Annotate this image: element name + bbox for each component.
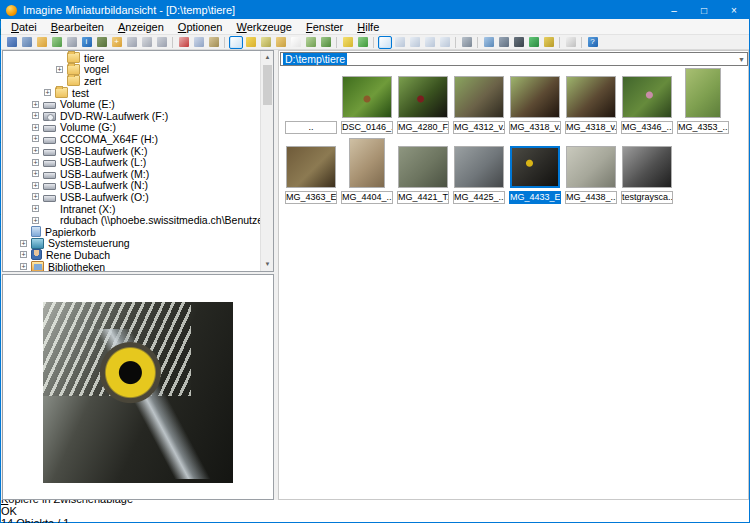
multi-edit-icon[interactable] (542, 36, 556, 49)
minimize-button[interactable]: – (659, 1, 689, 19)
tree-item-cccoma-x64f-h[interactable]: +CCCOMA_X64F (H:) (32, 133, 158, 145)
timeline-view-icon[interactable] (259, 36, 273, 49)
tree-scrollbar[interactable]: ▲ ▼ (260, 51, 273, 271)
cut-icon[interactable] (177, 36, 191, 49)
tree-item-usb-laufwerk-k[interactable]: +USB-Laufwerk (K:) (32, 145, 148, 157)
scroll-down-icon[interactable]: ▼ (261, 258, 274, 271)
size-medium-icon[interactable] (393, 36, 407, 49)
screen-icon[interactable] (512, 36, 526, 49)
tree-item-tiere[interactable]: tiere (56, 52, 104, 64)
tree-item-volume-g[interactable]: +Volume (G:) (32, 122, 116, 134)
thumbnail-mg-4312-v[interactable]: MG_4312_v... (451, 70, 507, 136)
scroll-thumb[interactable] (263, 65, 272, 105)
edit-icon[interactable] (564, 36, 578, 49)
tree-item-usb-laufwerk-l[interactable]: +USB-Laufwerk (L:) (32, 156, 146, 168)
menu-hilfe[interactable]: Hilfe (350, 20, 386, 34)
tree-item-dvd-rw-laufwerk-f[interactable]: +DVD-RW-Laufwerk (F:) (32, 110, 168, 122)
thumbnail-mg-4346[interactable]: MG_4346_... (619, 70, 675, 136)
copy-icon[interactable] (192, 36, 206, 49)
batch-icon[interactable] (497, 36, 511, 49)
print-icon[interactable] (65, 36, 79, 49)
menu-fenster[interactable]: Fenster (299, 20, 350, 34)
wallpaper-icon[interactable] (527, 36, 541, 49)
paste-icon[interactable] (207, 36, 221, 49)
tree-item-test[interactable]: +test (44, 87, 89, 99)
thumbnail-view-icon[interactable] (229, 36, 243, 49)
recycle-icon[interactable] (155, 36, 169, 49)
capture-icon[interactable] (95, 36, 109, 49)
tree-item-usb-laufwerk-o[interactable]: +USB-Laufwerk (O:) (32, 191, 149, 203)
menu-optionen[interactable]: Optionen (171, 20, 230, 34)
refresh-icon[interactable] (356, 36, 370, 49)
new-folder-icon[interactable]: + (110, 36, 124, 49)
thumbnail-mg-4318-v[interactable]: MG_4318_v... (507, 70, 563, 136)
help-icon[interactable]: ? (586, 36, 600, 49)
convert-icon[interactable] (482, 36, 496, 49)
tree-item-rene-dubach[interactable]: +Rene Dubach (20, 249, 110, 261)
tree-item-systemsteuerung[interactable]: +Systemsteuerung (20, 238, 130, 250)
open-folder-icon[interactable] (35, 36, 49, 49)
menu-bearbeiten[interactable]: Bearbeiten (44, 20, 111, 34)
chevron-down-icon[interactable]: ▼ (738, 56, 745, 63)
menu-anzeigen[interactable]: Anzeigen (111, 20, 171, 34)
thumbnail-mg-4425[interactable]: MG_4425_... (451, 140, 507, 206)
expand-icon[interactable]: + (32, 135, 39, 142)
copy-to-folder-icon[interactable] (50, 36, 64, 49)
thumbnail-testgraysca[interactable]: testgraysca... (619, 140, 675, 206)
thumbnail-mg-4438[interactable]: MG_4438_... (563, 140, 619, 206)
slideshow-icon[interactable] (20, 36, 34, 49)
browse-view-icon[interactable] (319, 36, 333, 49)
expand-icon[interactable]: + (32, 147, 39, 154)
size-list-icon[interactable] (423, 36, 437, 49)
ok-button[interactable]: OK (1, 505, 749, 517)
tree-item-vogel[interactable]: +vogel (56, 64, 109, 76)
size-large-icon[interactable] (378, 36, 392, 49)
wrench-icon[interactable] (460, 36, 474, 49)
thumbnail-mg-4404[interactable]: MG_4404_... (339, 140, 395, 206)
tree-item-rdubach-phoebe-swissitmedia-ch-benutzer-z[interactable]: +rdubach (\\phoebe.swissitmedia.ch\Benut… (32, 214, 274, 226)
blank-view-icon[interactable] (289, 36, 303, 49)
thumbnail-mg-4318-v[interactable]: MG_4318_v... (563, 70, 619, 136)
tree-item-zert[interactable]: zert (56, 75, 102, 87)
expand-icon[interactable]: + (32, 193, 39, 200)
image-view-icon[interactable] (304, 36, 318, 49)
expand-icon[interactable]: + (44, 89, 51, 96)
expand-icon[interactable]: + (20, 251, 27, 258)
tree-item-papierkorb[interactable]: Papierkorb (20, 226, 96, 238)
menu-werkzeuge[interactable]: Werkzeuge (229, 20, 298, 34)
expand-icon[interactable]: + (32, 205, 39, 212)
thumbnail-mg-4353[interactable]: MG_4353_... (675, 70, 731, 136)
thumbnail-mg-4421-t[interactable]: MG_4421_T... (395, 140, 451, 206)
thumbnail-dsc-0146[interactable]: DSC_0146_... (339, 70, 395, 136)
size-small-icon[interactable] (408, 36, 422, 49)
list-view-icon[interactable] (244, 36, 258, 49)
expand-icon[interactable]: + (20, 263, 27, 270)
size-detail-icon[interactable] (438, 36, 452, 49)
expand-icon[interactable]: + (32, 124, 39, 131)
scroll-up-icon[interactable]: ▲ (261, 51, 274, 64)
tree-item-bibliotheken[interactable]: +Bibliotheken (20, 261, 105, 272)
info-icon[interactable]: i (80, 36, 94, 49)
maximize-button[interactable]: □ (689, 1, 719, 19)
menu-datei[interactable]: Datei (4, 20, 44, 34)
tree-item-usb-laufwerk-n[interactable]: +USB-Laufwerk (N:) (32, 180, 148, 192)
expand-icon[interactable]: + (32, 101, 39, 108)
thumbnail-mg-4433-e[interactable]: MG_4433_E... (507, 140, 563, 206)
close-button[interactable]: × (719, 1, 749, 19)
tree-item-volume-e[interactable]: +Volume (E:) (32, 98, 115, 110)
preview-icon[interactable] (5, 36, 19, 49)
thumbnail-parent-folder[interactable]: .. (283, 70, 339, 136)
address-combobox[interactable]: D:\temp\tiere ▼ (280, 52, 748, 66)
tree-view-icon[interactable] (274, 36, 288, 49)
expand-icon[interactable]: + (32, 112, 39, 119)
expand-icon[interactable]: + (56, 66, 63, 73)
rename-icon[interactable] (125, 36, 139, 49)
expand-icon[interactable]: + (32, 170, 39, 177)
tree-item-usb-laufwerk-m[interactable]: +USB-Laufwerk (M:) (32, 168, 149, 180)
thumbnail-mg-4280-f[interactable]: MG_4280_F... (395, 70, 451, 136)
expand-icon[interactable]: + (32, 217, 39, 224)
expand-icon[interactable]: + (20, 240, 27, 247)
tree-item-intranet-x[interactable]: +Intranet (X:) (32, 203, 115, 215)
expand-icon[interactable]: + (32, 182, 39, 189)
delete-icon[interactable] (140, 36, 154, 49)
